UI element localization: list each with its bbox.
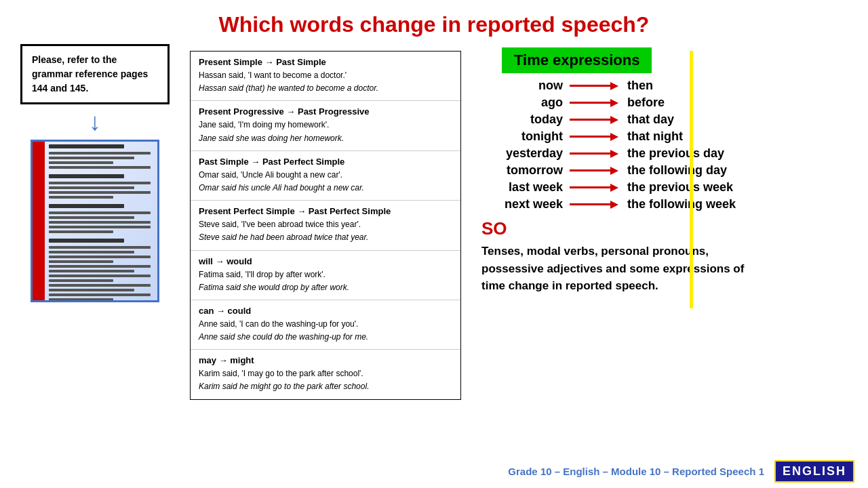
time-arrow-icon-4	[570, 150, 624, 158]
time-left-1: ago	[481, 96, 570, 110]
time-right-0: then	[624, 79, 653, 93]
so-description: Tenses, modal verbs, personal pronouns, …	[481, 243, 766, 295]
section-title-present-perfect: Present Perfect Simple → Past Perfect Si…	[199, 206, 452, 216]
section-line-can-could-0: Anne said, 'I can do the washing-up for …	[199, 318, 452, 331]
time-arrow-icon-3	[570, 133, 624, 141]
textbook-image	[31, 140, 159, 302]
section-line-present-perfect-1: Steve said he had been abroad twice that…	[199, 231, 452, 244]
time-row-6: last weekthe previous week	[481, 180, 854, 195]
time-left-5: tomorrow	[481, 163, 570, 178]
time-left-4: yesterday	[481, 146, 570, 161]
footer-text: Grade 10 – English – Module 10 – Reporte…	[508, 466, 764, 477]
section-line-present-simple-1: Hassan said (that) he wanted to become a…	[199, 82, 452, 95]
section-line-will-would-0: Fatima said, 'I'll drop by after work'.	[199, 268, 452, 281]
section-title-present-simple: Present Simple → Past Simple	[199, 57, 452, 67]
time-right-4: the previous day	[624, 146, 724, 161]
time-right-1: before	[624, 96, 665, 110]
section-line-can-could-1: Anne said she could do the washing-up fo…	[199, 331, 452, 344]
grammar-section-present-progressive: Present Progressive → Past ProgressiveJa…	[191, 101, 460, 150]
section-line-past-simple-1: Omar said his uncle Ali had bought a new…	[199, 182, 452, 195]
time-arrow-icon-0	[570, 82, 624, 90]
section-line-present-progressive-1: Jane said she was doing her homework.	[199, 132, 452, 145]
so-section: SO Tenses, modal verbs, personal pronoun…	[481, 218, 854, 295]
section-line-will-would-1: Fatima said she would drop by after work…	[199, 281, 452, 294]
time-arrow-icon-7	[570, 201, 624, 209]
grammar-section-present-perfect: Present Perfect Simple → Past Perfect Si…	[191, 201, 460, 250]
section-line-present-progressive-0: Jane said, 'I'm doing my homework'.	[199, 119, 452, 131]
time-arrow-icon-6	[570, 184, 624, 192]
section-title-will-would: will → would	[199, 256, 452, 266]
time-left-7: next week	[481, 197, 570, 211]
section-line-may-might-0: Karim said, 'I may go to the park after …	[199, 367, 452, 380]
time-expressions-header: Time expressions	[502, 47, 652, 73]
time-left-2: today	[481, 113, 570, 127]
section-line-present-perfect-0: Steve said, 'I've been abroad twice this…	[199, 218, 452, 231]
time-arrow-icon-1	[570, 99, 624, 107]
grammar-section-can-could: can → couldAnne said, 'I can do the wash…	[191, 300, 460, 350]
time-left-0: now	[481, 79, 570, 93]
section-line-may-might-1: Karim said he might go to the park after…	[199, 380, 452, 393]
time-row-4: yesterdaythe previous day	[481, 146, 854, 161]
left-sidebar: Please, refer to the grammar reference p…	[14, 44, 176, 478]
grammar-section-may-might: may → mightKarim said, 'I may go to the …	[191, 350, 460, 399]
grammar-table-area: Present Simple → Past SimpleHassan said,…	[190, 51, 461, 478]
time-row-2: todaythat day	[481, 113, 854, 127]
time-right-6: the previous week	[624, 180, 733, 195]
time-left-6: last week	[481, 180, 570, 195]
time-right-5: the following day	[624, 163, 727, 178]
section-line-past-simple-0: Omar said, 'Uncle Ali bought a new car'.	[199, 169, 452, 182]
section-title-present-progressive: Present Progressive → Past Progressive	[199, 106, 452, 117]
so-label: SO	[481, 218, 854, 239]
time-row-3: tonightthat night	[481, 129, 854, 144]
time-row-1: agobefore	[481, 96, 854, 110]
grammar-section-past-simple: Past Simple → Past Perfect SimpleOmar sa…	[191, 151, 460, 201]
english-logo: ENGLISH	[774, 460, 854, 483]
right-side: Time expressions nowthenagobeforetodayth…	[475, 44, 854, 478]
time-left-3: tonight	[481, 129, 570, 144]
section-title-can-could: can → could	[199, 306, 452, 316]
time-row-7: next weekthe following week	[481, 197, 854, 211]
section-title-past-simple: Past Simple → Past Perfect Simple	[199, 157, 452, 167]
time-mappings: nowthenagobeforetodaythat daytonightthat…	[481, 79, 854, 211]
section-title-may-might: may → might	[199, 355, 452, 365]
grammar-section-will-would: will → wouldFatima said, 'I'll drop by a…	[191, 251, 460, 300]
section-line-present-simple-0: Hassan said, 'I want to become a doctor.…	[199, 69, 452, 82]
grammar-table: Present Simple → Past SimpleHassan said,…	[190, 51, 461, 400]
time-arrow-icon-2	[570, 116, 624, 124]
page-title: Which words change in reported speech?	[0, 0, 868, 44]
time-right-3: that night	[624, 129, 683, 144]
time-row-0: nowthen	[481, 79, 854, 93]
grammar-reference-box: Please, refer to the grammar reference p…	[20, 44, 170, 104]
yellow-vertical-line	[690, 51, 693, 308]
time-right-7: the following week	[624, 197, 736, 211]
grammar-reference-text: Please, refer to the grammar reference p…	[32, 54, 148, 94]
time-right-2: that day	[624, 113, 674, 127]
time-arrow-icon-5	[570, 167, 624, 175]
footer: Grade 10 – English – Module 10 – Reporte…	[508, 460, 854, 483]
time-row-5: tomorrowthe following day	[481, 163, 854, 178]
arrow-down-icon: ↓	[89, 108, 101, 136]
grammar-section-present-simple: Present Simple → Past SimpleHassan said,…	[191, 52, 460, 101]
